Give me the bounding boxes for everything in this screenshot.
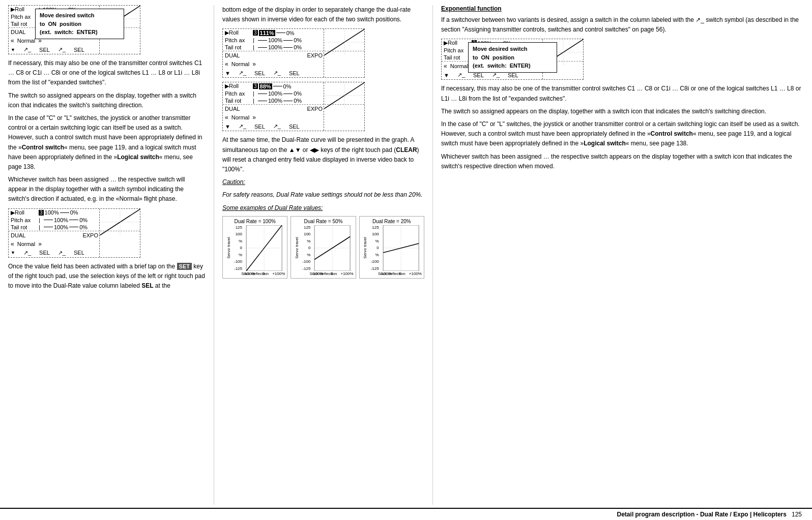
right-control-switch-bold: Control switch — [651, 130, 693, 137]
control-switch-bold: Control switch — [22, 144, 64, 151]
left-para-after-text: Once the value field has been activated … — [8, 262, 206, 291]
chart3-svg — [380, 225, 422, 271]
left-para3: In the case of "C" or "L" switches, the … — [8, 113, 206, 172]
display-111-wrapper: ▶Roll 3 111% 0% Pitch ax | 100% 0% — [222, 28, 424, 78]
bottom-tailrot-value: 100% — [54, 224, 68, 230]
switch-indicator: 3 — [39, 210, 44, 216]
col-right: Exponential function If a switchover bet… — [432, 5, 812, 505]
top-display-wrapper: ▶Roll | 100% 0% Pitch ax | 100% 0% — [8, 5, 206, 54]
bottom-roll-zero: 0% — [70, 209, 78, 216]
right-tooltip: Move desired switchto ON position(ext. s… — [468, 42, 557, 73]
sel-right: SEL — [74, 47, 84, 53]
clear-bold: CLEAR — [396, 146, 417, 154]
chart1-ylabel: Servo travel — [226, 237, 231, 259]
mid-para1: At the same time, the Dual-Rate curve wi… — [222, 135, 424, 174]
logical-switch-bold: Logical switch — [117, 154, 159, 161]
top-display: ▶Roll | 100% 0% Pitch ax | 100% 0% — [8, 5, 140, 54]
bottom-graph-svg — [100, 209, 140, 235]
tailrot-label: Tail rot — [11, 21, 39, 27]
bottom-display: ▶Roll 3 100% 0% Pitch ax | 100% 0% — [8, 208, 140, 258]
right-para3: The switch so assigned appears on the di… — [441, 107, 804, 116]
right-display: ▶Roll 3 100% 0% Pitch ax Tail rot — [441, 39, 584, 80]
right-intro-text: If a switchover between two variants is … — [441, 15, 804, 35]
bottom-pitchax-value: 100% — [54, 217, 68, 223]
right-para1: If a switchover between two variants is … — [441, 15, 804, 35]
examples-title: Some examples of Dual Rate values: — [222, 203, 424, 213]
nav-arrow: ▼ — [11, 47, 15, 52]
chart-50: Dual Rate = 50% Servo travel 125 100 % 0… — [291, 216, 356, 279]
chart1-svg — [243, 225, 285, 271]
right-body-text: If necessary, this may also be one of th… — [441, 84, 804, 171]
svg-line-32 — [383, 243, 419, 253]
mid-intro: bottom edge of the display in order to s… — [222, 5, 424, 24]
bottom-graph-area — [99, 209, 140, 257]
right-para2: If necessary, this may also be one of th… — [441, 84, 804, 103]
d111-value-hl: 111% — [259, 30, 275, 36]
right-display-wrapper: ▶Roll 3 100% 0% Pitch ax Tail rot — [441, 39, 804, 80]
bottom-display-wrapper: ▶Roll 3 100% 0% Pitch ax | 100% 0% — [8, 208, 206, 258]
left-para-after: Once the value field has been activated … — [8, 262, 206, 291]
bottom-expo-label: EXPO — [82, 232, 98, 238]
chart3-ylabel: Servo travel — [363, 237, 367, 259]
sel-bold: SEL — [141, 282, 153, 289]
page-container: ▶Roll | 100% 0% Pitch ax | 100% 0% — [0, 0, 812, 520]
left-para1: If necessary, this may also be one of th… — [8, 58, 206, 88]
tooltip-move-switch: Move desired switchto ON position(ext. s… — [35, 9, 124, 39]
chart-20: Dual Rate = 20% Servo travel 125 100 % 0… — [359, 216, 424, 279]
slash-left: ↗_ — [23, 46, 31, 53]
left-para4: Whichever switch has been assigned … the… — [8, 175, 206, 204]
footer-text: Detail program description - Dual Rate /… — [617, 511, 802, 518]
mid-intro-text: bottom edge of the display in order to s… — [222, 5, 424, 24]
chart-100: Dual Rate = 100% Servo travel 125 100 % … — [222, 216, 287, 279]
chart-100-title: Dual Rate = 100% — [225, 219, 285, 224]
chart2-svg — [311, 225, 353, 271]
bottom-dual-label: DUAL — [11, 232, 25, 238]
bottom-pitchax-label: Pitch ax — [11, 217, 39, 223]
bottom-roll-label: ▶Roll — [11, 209, 39, 216]
set-key: SET — [177, 263, 192, 270]
d88-value-hl: 88% — [259, 83, 272, 89]
guillemet-left: « — [11, 37, 14, 44]
sel-left: SEL — [39, 47, 50, 53]
roll-label: ▶Roll — [11, 6, 39, 13]
right-para5: Whichever switch has been assigned … the… — [441, 152, 804, 171]
display-111: ▶Roll 3 111% 0% Pitch ax | 100% 0% — [222, 28, 365, 78]
bottom-pitchax-zero: 0% — [79, 217, 88, 223]
caution-title: Caution: — [222, 177, 424, 187]
caution-text: For safety reasons, Dual Rate value sett… — [222, 190, 424, 200]
col-mid: bottom edge of the display in order to s… — [214, 5, 432, 505]
bottom-display-footer: DUAL EXPO — [9, 231, 100, 239]
col-left: ▶Roll | 100% 0% Pitch ax | 100% 0% — [0, 5, 214, 505]
or-text: or — [158, 272, 163, 280]
svg-line-6 — [324, 29, 364, 55]
charts-row: Dual Rate = 100% Servo travel 125 100 % … — [222, 216, 424, 279]
left-para2: The switch so assigned appears on the di… — [8, 91, 206, 110]
chart2-ylabel: Servo travel — [295, 237, 299, 259]
bottom-roll-value: 100% — [45, 209, 59, 216]
right-para4: In the case of "C" or "L" switches, the … — [441, 119, 804, 149]
right-logical-switch-bold: Logical switch — [584, 140, 626, 147]
svg-line-9 — [324, 82, 364, 109]
pitchax-label: Pitch ax — [11, 14, 39, 20]
display-88-wrapper: ▶Roll 3 88% 0% Pitch ax | 100% 0% — [222, 82, 424, 131]
dual-label: DUAL — [11, 29, 25, 35]
section-title-exponential: Exponential function — [441, 5, 804, 12]
mid-body-text: At the same time, the Dual-Rate curve wi… — [222, 135, 424, 212]
bottom-tailrot-zero: 0% — [79, 224, 88, 230]
display-88: ▶Roll 3 88% 0% Pitch ax | 100% 0% — [222, 82, 365, 131]
chart-50-title: Dual Rate = 50% — [293, 219, 353, 224]
bottom-tailrot-label: Tail rot — [11, 224, 39, 230]
slash-right: ↗_ — [58, 46, 66, 53]
footer-bar: Detail program description - Dual Rate /… — [0, 508, 812, 520]
chart-20-title: Dual Rate = 20% — [362, 219, 422, 224]
left-body-text: If necessary, this may also be one of th… — [8, 58, 206, 204]
normal-label: Normal — [17, 38, 35, 44]
svg-line-3 — [100, 209, 140, 235]
